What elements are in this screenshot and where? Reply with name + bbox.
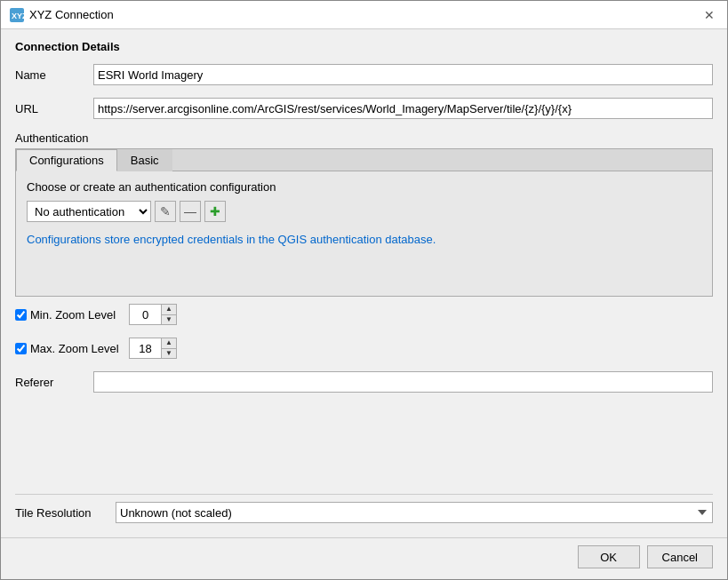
min-zoom-checkbox-label[interactable]: Min. Zoom Level <box>15 308 122 322</box>
authentication-section: Authentication Configurations Basic Choo… <box>15 131 713 297</box>
max-zoom-arrows: ▲ ▼ <box>161 338 177 359</box>
url-row: URL <box>15 98 713 119</box>
max-zoom-label: Max. Zoom Level <box>30 342 119 355</box>
edit-auth-button[interactable]: ✎ <box>155 201 176 222</box>
auth-select[interactable]: No authentication <box>27 201 151 222</box>
xyz-connection-dialog: XYZ XYZ Connection ✕ Connection Details … <box>0 0 728 580</box>
min-zoom-row: Min. Zoom Level ▲ ▼ <box>15 304 713 325</box>
dialog-body: Connection Details Name URL Authenticati… <box>1 29 727 537</box>
max-zoom-down[interactable]: ▼ <box>162 348 176 358</box>
min-zoom-arrows: ▲ ▼ <box>161 304 177 325</box>
svg-text:XYZ: XYZ <box>12 12 24 20</box>
name-row: Name <box>15 64 713 85</box>
url-input[interactable] <box>93 98 713 119</box>
auth-tabs-container: Configurations Basic Choose or create an… <box>15 148 713 297</box>
min-zoom-input[interactable] <box>129 304 161 325</box>
max-zoom-input[interactable] <box>129 338 161 359</box>
remove-auth-button[interactable]: — <box>180 201 201 222</box>
title-bar: XYZ XYZ Connection ✕ <box>1 1 727 29</box>
tab-configurations-content: Choose or create an authentication confi… <box>16 171 712 296</box>
tab-basic[interactable]: Basic <box>117 149 172 171</box>
choose-auth-label: Choose or create an authentication confi… <box>27 180 701 194</box>
min-zoom-up[interactable]: ▲ <box>162 305 176 314</box>
tab-configurations[interactable]: Configurations <box>16 149 117 171</box>
min-zoom-down[interactable]: ▼ <box>162 314 176 324</box>
add-auth-button[interactable]: ✚ <box>204 201 226 222</box>
name-label: Name <box>15 68 86 82</box>
tile-resolution-row: Tile Resolution Unknown (not scaled) Sta… <box>15 494 713 527</box>
min-zoom-label: Min. Zoom Level <box>30 308 116 322</box>
max-zoom-row: Max. Zoom Level ▲ ▼ <box>15 338 713 359</box>
max-zoom-checkbox-label[interactable]: Max. Zoom Level <box>15 342 122 355</box>
spacer <box>15 405 713 487</box>
min-zoom-spinbox: ▲ ▼ <box>129 304 177 325</box>
referer-input[interactable] <box>93 371 713 393</box>
cancel-button[interactable]: Cancel <box>647 545 713 568</box>
url-label: URL <box>15 102 86 115</box>
dialog-footer: OK Cancel <box>1 537 727 579</box>
max-zoom-checkbox[interactable] <box>15 343 27 354</box>
auth-controls: No authentication ✎ — ✚ <box>27 201 701 222</box>
connection-details-label: Connection Details <box>15 40 713 53</box>
title-bar-left: XYZ XYZ Connection <box>10 8 114 22</box>
tile-resolution-label: Tile Resolution <box>15 506 108 520</box>
auth-info-text: Configurations store encrypted credentia… <box>27 233 701 246</box>
tile-resolution-select[interactable]: Unknown (not scaled) Standard (96 DPI) H… <box>116 502 713 523</box>
referer-label: Referer <box>15 376 86 389</box>
window-title: XYZ Connection <box>29 8 114 21</box>
referer-row: Referer <box>15 371 713 393</box>
max-zoom-up[interactable]: ▲ <box>162 338 176 348</box>
name-input[interactable] <box>93 64 713 85</box>
xyz-icon: XYZ <box>10 8 24 22</box>
max-zoom-spinbox: ▲ ▼ <box>129 338 177 359</box>
ok-button[interactable]: OK <box>578 545 640 568</box>
authentication-label: Authentication <box>15 131 713 145</box>
tab-bar: Configurations Basic <box>16 149 712 171</box>
min-zoom-checkbox[interactable] <box>15 309 27 321</box>
close-button[interactable]: ✕ <box>700 6 718 24</box>
